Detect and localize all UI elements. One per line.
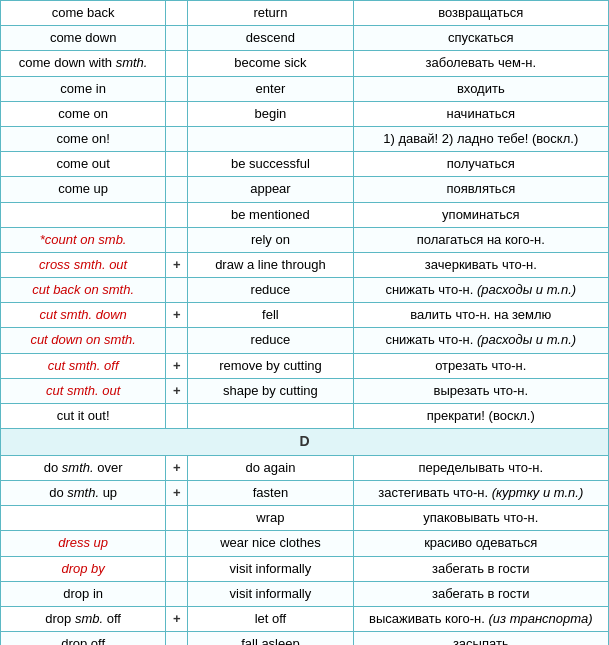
table-row: come on!1) давай! 2) ладно тебе! (воскл.… <box>1 126 609 151</box>
table-row: cut it out!прекрати! (воскл.) <box>1 404 609 429</box>
russian-cell: забегать в гости <box>353 556 608 581</box>
phrasal-verbs-table: come backreturnвозвращатьсяcome downdesc… <box>0 0 609 645</box>
table-row: dress upwear nice clothesкрасиво одевать… <box>1 531 609 556</box>
russian-cell: упаковывать что-н. <box>353 506 608 531</box>
meaning-cell <box>188 404 353 429</box>
phrase-cell: do smth. up <box>1 480 166 505</box>
phrase-cell: cut smth. off <box>1 353 166 378</box>
phrase-cell: dress up <box>1 531 166 556</box>
russian-cell: забегать в гости <box>353 581 608 606</box>
plus-cell <box>166 278 188 303</box>
section-header: D <box>1 429 609 456</box>
table-row: come upappearпоявляться <box>1 177 609 202</box>
plus-cell <box>166 581 188 606</box>
meaning-cell <box>188 126 353 151</box>
plus-cell <box>166 227 188 252</box>
table-row: drop smb. off+let offвысаживать кого-н. … <box>1 606 609 631</box>
phrase-cell: drop smb. off <box>1 606 166 631</box>
plus-cell <box>166 101 188 126</box>
plus-cell: + <box>166 455 188 480</box>
plus-cell <box>166 404 188 429</box>
russian-cell: получаться <box>353 152 608 177</box>
russian-cell: 1) давай! 2) ладно тебе! (воскл.) <box>353 126 608 151</box>
meaning-cell: appear <box>188 177 353 202</box>
meaning-cell: be successful <box>188 152 353 177</box>
russian-cell: вырезать что-н. <box>353 378 608 403</box>
meaning-cell: shape by cutting <box>188 378 353 403</box>
phrase-cell <box>1 202 166 227</box>
plus-cell <box>166 152 188 177</box>
phrase-cell: come on! <box>1 126 166 151</box>
meaning-cell: fall asleep <box>188 632 353 645</box>
table-row: be mentionedупоминаться <box>1 202 609 227</box>
table-row: cut smth. down+fellвалить что-н. на земл… <box>1 303 609 328</box>
russian-cell: зачеркивать что-н. <box>353 252 608 277</box>
table-row: cross smth. out+draw a line throughзачер… <box>1 252 609 277</box>
meaning-cell: wrap <box>188 506 353 531</box>
phrase-cell: drop by <box>1 556 166 581</box>
russian-cell: красиво одеваться <box>353 531 608 556</box>
table-row: do smth. up+fastenзастегивать что-н. (ку… <box>1 480 609 505</box>
phrase-cell: come down with smth. <box>1 51 166 76</box>
meaning-cell: return <box>188 1 353 26</box>
plus-cell <box>166 328 188 353</box>
table-row: come onbeginначинаться <box>1 101 609 126</box>
phrase-cell: drop off <box>1 632 166 645</box>
phrase-cell: cross smth. out <box>1 252 166 277</box>
table-row: wrapупаковывать что-н. <box>1 506 609 531</box>
plus-cell <box>166 126 188 151</box>
meaning-cell: fell <box>188 303 353 328</box>
plus-cell <box>166 632 188 645</box>
russian-cell: упоминаться <box>353 202 608 227</box>
meaning-cell: wear nice clothes <box>188 531 353 556</box>
table-row: cut back on smth.reduceснижать что-н. (р… <box>1 278 609 303</box>
meaning-cell: begin <box>188 101 353 126</box>
phrase-cell: do smth. over <box>1 455 166 480</box>
phrase-cell: come in <box>1 76 166 101</box>
table-row: come down with smth.become sickзаболеват… <box>1 51 609 76</box>
meaning-cell: be mentioned <box>188 202 353 227</box>
phrase-cell: *count on smb. <box>1 227 166 252</box>
russian-cell: заболевать чем-н. <box>353 51 608 76</box>
plus-cell <box>166 531 188 556</box>
meaning-cell: remove by cutting <box>188 353 353 378</box>
phrase-cell: cut smth. down <box>1 303 166 328</box>
meaning-cell: visit informally <box>188 556 353 581</box>
plus-cell: + <box>166 606 188 631</box>
meaning-cell: draw a line through <box>188 252 353 277</box>
russian-cell: снижать что-н. (расходы и т.п.) <box>353 278 608 303</box>
table-row: come downdescendспускаться <box>1 26 609 51</box>
table-row: drop offfall asleepзасыпать <box>1 632 609 645</box>
plus-cell <box>166 76 188 101</box>
meaning-cell: enter <box>188 76 353 101</box>
plus-cell <box>166 1 188 26</box>
phrase-cell: cut down on smth. <box>1 328 166 353</box>
meaning-cell: do again <box>188 455 353 480</box>
phrase-cell: cut back on smth. <box>1 278 166 303</box>
phrase-cell: cut it out! <box>1 404 166 429</box>
meaning-cell: fasten <box>188 480 353 505</box>
russian-cell: застегивать что-н. (куртку и т.п.) <box>353 480 608 505</box>
table-row: drop byvisit informallyзабегать в гости <box>1 556 609 581</box>
russian-cell: высаживать кого-н. (из транспорта) <box>353 606 608 631</box>
meaning-cell: let off <box>188 606 353 631</box>
table-row: cut smth. out+shape by cuttingвырезать ч… <box>1 378 609 403</box>
russian-cell: снижать что-н. (расходы и т.п.) <box>353 328 608 353</box>
phrase-cell <box>1 506 166 531</box>
phrase-cell: come down <box>1 26 166 51</box>
table-row: *count on smb.rely onполагаться на кого-… <box>1 227 609 252</box>
plus-cell <box>166 177 188 202</box>
meaning-cell: become sick <box>188 51 353 76</box>
meaning-cell: visit informally <box>188 581 353 606</box>
plus-cell: + <box>166 378 188 403</box>
russian-cell: переделывать что-н. <box>353 455 608 480</box>
plus-cell <box>166 202 188 227</box>
table-row: come inenterвходить <box>1 76 609 101</box>
table-row: cut smth. off+remove by cuttingотрезать … <box>1 353 609 378</box>
table-row: come outbe successfulполучаться <box>1 152 609 177</box>
russian-cell: возвращаться <box>353 1 608 26</box>
plus-cell <box>166 26 188 51</box>
plus-cell: + <box>166 303 188 328</box>
plus-cell: + <box>166 480 188 505</box>
plus-cell <box>166 506 188 531</box>
